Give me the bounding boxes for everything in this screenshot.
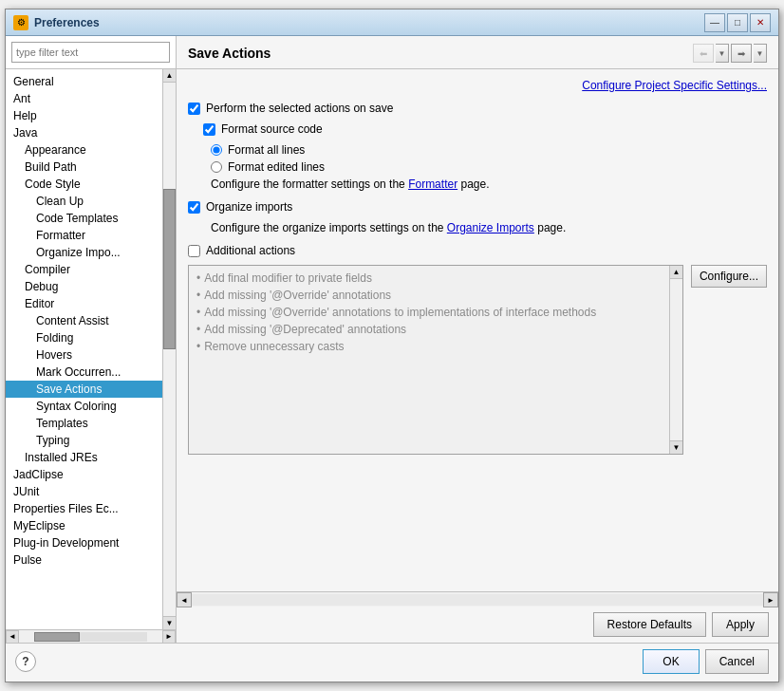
sidebar-item-compiler[interactable]: Compiler (6, 261, 162, 278)
additional-actions-checkbox[interactable] (188, 245, 200, 257)
nav-back-button[interactable]: ⬅ (693, 44, 714, 63)
action-list-item: Remove unnecessary casts (193, 338, 679, 355)
sidebar-item-help[interactable]: Help (6, 107, 162, 124)
titlebar: ⚙ Preferences — □ ✕ (6, 9, 778, 36)
organize-imports-link[interactable]: Organize Imports (447, 221, 534, 234)
format-edited-radio[interactable] (211, 161, 222, 173)
sidebar-item-debug[interactable]: Debug (6, 278, 162, 295)
format-source-row: Format source code (203, 122, 767, 136)
sidebar-item-jadclipse[interactable]: JadClipse (6, 466, 162, 483)
sidebar-item-general[interactable]: General (6, 73, 162, 90)
nav-back-dropdown[interactable]: ▼ (716, 44, 729, 63)
perform-on-save-row: Perform the selected actions on save (188, 102, 767, 115)
help-button[interactable]: ? (15, 651, 36, 672)
nav-forward-button[interactable]: ➡ (731, 44, 752, 63)
sidebar-item-syntax-coloring[interactable]: Syntax Coloring (6, 398, 162, 415)
preferences-window: ⚙ Preferences — □ ✕ GeneralAntHelpJavaAp… (5, 9, 779, 682)
format-edited-row: Format edited lines (211, 160, 767, 174)
formatter-link[interactable]: Formatter (408, 177, 457, 191)
configure-button[interactable]: Configure... (691, 265, 767, 288)
ok-cancel-buttons: OK Cancel (643, 649, 769, 674)
format-source-checkbox[interactable] (203, 123, 215, 136)
perform-on-save-label: Perform the selected actions on save (206, 102, 393, 115)
apply-button[interactable]: Apply (712, 612, 769, 637)
nav-forward-dropdown[interactable]: ▼ (754, 44, 767, 63)
sidebar-item-formatter[interactable]: Formatter (6, 227, 162, 244)
organize-imports-info: Configure the organize imports settings … (211, 221, 767, 234)
sidebar-item-typing[interactable]: Typing (6, 432, 162, 449)
organize-imports-checkbox[interactable] (188, 201, 200, 214)
list-scrollbar: ▲ ▼ (669, 266, 682, 454)
sidebar-item-organize-imports[interactable]: Organize Impo... (6, 244, 162, 261)
sidebar-item-appearance[interactable]: Appearance (6, 141, 162, 159)
ok-button[interactable]: OK (643, 649, 699, 674)
sidebar-tree: GeneralAntHelpJavaAppearanceBuild PathCo… (6, 69, 162, 629)
dialog-footer: ? OK Cancel (6, 643, 778, 682)
minimize-button[interactable]: — (704, 13, 725, 32)
sidebar-item-myeclipse[interactable]: MyEclipse (6, 517, 162, 534)
scroll-down-btn[interactable]: ▼ (163, 616, 176, 629)
sidebar-item-code-style[interactable]: Code Style (6, 176, 162, 193)
sidebar-item-java[interactable]: Java (6, 124, 162, 141)
main-header: Save Actions ⬅ ▼ ➡ ▼ (177, 36, 778, 69)
window-title: Preferences (34, 16, 100, 29)
format-all-label: Format all lines (228, 143, 305, 157)
window-controls: — □ ✕ (704, 13, 771, 32)
additional-actions-area: Add final modifier to private fieldsAdd … (188, 265, 767, 455)
sidebar-item-folding[interactable]: Folding (6, 329, 162, 346)
bottom-scrollbar: ◄ ► (177, 591, 778, 607)
sidebar: GeneralAntHelpJavaAppearanceBuild PathCo… (6, 36, 177, 643)
format-edited-label: Format edited lines (228, 160, 325, 174)
config-link-bar: Configure Project Specific Settings... (188, 79, 767, 92)
action-list-item: Add missing '@Override' annotations to i… (193, 304, 679, 321)
sidebar-item-hovers[interactable]: Hovers (6, 346, 162, 364)
sidebar-item-content-assist[interactable]: Content Assist (6, 312, 162, 329)
nav-buttons: ⬅ ▼ ➡ ▼ (693, 44, 767, 63)
sidebar-item-save-actions[interactable]: Save Actions (6, 381, 162, 398)
sidebar-item-properties-files[interactable]: Properties Files Ec... (6, 500, 162, 517)
sidebar-item-installed-jres[interactable]: Installed JREs (6, 449, 162, 466)
perform-on-save-checkbox[interactable] (188, 103, 200, 115)
sidebar-scrollbar[interactable]: ▲ ▼ (162, 69, 176, 629)
maximize-button[interactable]: □ (727, 13, 748, 32)
cancel-button[interactable]: Cancel (705, 649, 769, 674)
restore-defaults-button[interactable]: Restore Defaults (593, 612, 706, 637)
sidebar-item-code-templates[interactable]: Code Templates (6, 210, 162, 227)
filter-box (6, 36, 176, 69)
configure-project-link[interactable]: Configure Project Specific Settings... (582, 79, 767, 92)
actions-list: Add final modifier to private fieldsAdd … (188, 265, 683, 455)
sidebar-item-editor[interactable]: Editor (6, 295, 162, 312)
format-source-label: Format source code (221, 122, 323, 136)
sidebar-item-clean-up[interactable]: Clean Up (6, 193, 162, 210)
main-panel: Save Actions ⬅ ▼ ➡ ▼ Configure Project S… (177, 36, 778, 643)
bottom-scroll-track (192, 594, 763, 606)
sidebar-item-build-path[interactable]: Build Path (6, 159, 162, 176)
hscroll-track (34, 632, 147, 642)
organize-imports-label: Organize imports (206, 200, 292, 214)
scroll-up-btn[interactable]: ▲ (163, 69, 176, 83)
bottom-scroll-left[interactable]: ◄ (177, 592, 192, 607)
action-list-item: Add final modifier to private fields (193, 270, 679, 287)
format-all-row: Format all lines (211, 143, 767, 157)
additional-actions-label: Additional actions (206, 244, 295, 257)
hscroll-left[interactable]: ◄ (6, 630, 19, 644)
content-area: GeneralAntHelpJavaAppearanceBuild PathCo… (6, 36, 778, 643)
sidebar-item-plug-in-development[interactable]: Plug-in Development (6, 534, 162, 551)
additional-actions-row: Additional actions (188, 244, 767, 257)
sidebar-item-junit[interactable]: JUnit (6, 483, 162, 500)
list-scroll-down[interactable]: ▼ (670, 440, 682, 454)
sidebar-item-ant[interactable]: Ant (6, 90, 162, 107)
list-scroll-up[interactable]: ▲ (670, 266, 682, 279)
hscroll-right[interactable]: ► (162, 630, 176, 644)
action-buttons: Restore Defaults Apply (177, 607, 778, 643)
sidebar-item-templates[interactable]: Templates (6, 415, 162, 432)
filter-input[interactable] (11, 42, 170, 63)
format-all-radio[interactable] (211, 144, 222, 156)
action-list-item: Add missing '@Override' annotations (193, 287, 679, 304)
sidebar-item-mark-occurrences[interactable]: Mark Occurren... (6, 364, 162, 381)
window-icon: ⚙ (13, 15, 28, 30)
bottom-scroll-right[interactable]: ► (763, 592, 778, 607)
sidebar-item-pulse[interactable]: Pulse (6, 551, 162, 569)
close-button[interactable]: ✕ (750, 13, 771, 32)
formatter-info: Configure the formatter settings on the … (211, 177, 767, 191)
